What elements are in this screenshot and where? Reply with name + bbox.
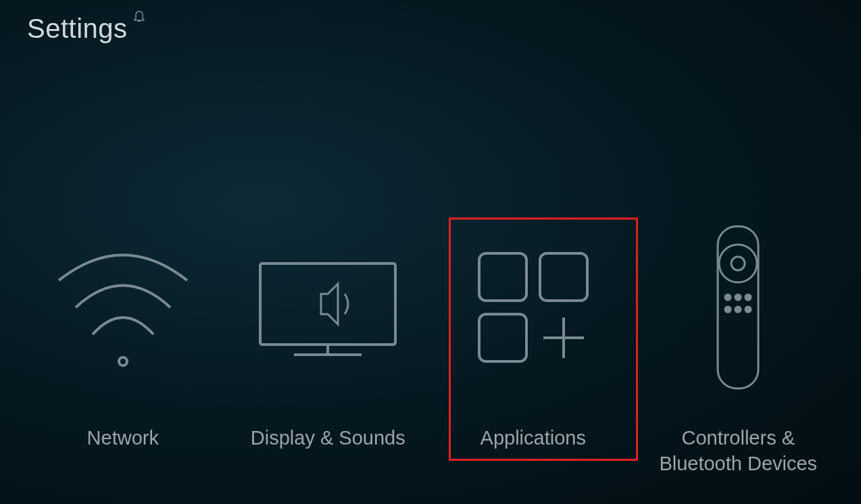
header: Settings [27, 14, 145, 44]
svg-point-16 [735, 307, 741, 312]
settings-item-applications[interactable]: Applications [435, 223, 631, 451]
notification-bell-icon[interactable] [133, 10, 145, 26]
svg-point-10 [719, 245, 757, 282]
settings-row: Network Display & Sounds Applic [0, 223, 861, 476]
apps-icon [466, 223, 601, 392]
wifi-icon [45, 223, 201, 392]
item-label-controllers: Controllers & Bluetooth Devices [640, 426, 836, 476]
item-label-network: Network [87, 426, 159, 451]
item-label-applications: Applications [481, 426, 586, 451]
svg-point-13 [735, 295, 741, 300]
svg-point-17 [745, 307, 751, 312]
display-sound-icon [247, 223, 409, 392]
svg-point-12 [725, 295, 731, 300]
page-title: Settings [27, 14, 128, 44]
remote-icon [708, 223, 768, 392]
svg-point-15 [725, 307, 731, 312]
svg-rect-1 [260, 263, 395, 345]
svg-rect-5 [540, 253, 587, 301]
svg-rect-4 [479, 253, 526, 301]
svg-point-11 [731, 257, 745, 270]
settings-item-network[interactable]: Network [25, 223, 221, 451]
item-label-display-sounds: Display & Sounds [251, 426, 405, 451]
settings-item-controllers[interactable]: Controllers & Bluetooth Devices [640, 223, 836, 476]
svg-rect-6 [479, 314, 526, 361]
svg-point-14 [745, 295, 751, 300]
svg-point-0 [119, 357, 127, 366]
settings-item-display-sounds[interactable]: Display & Sounds [230, 223, 426, 451]
